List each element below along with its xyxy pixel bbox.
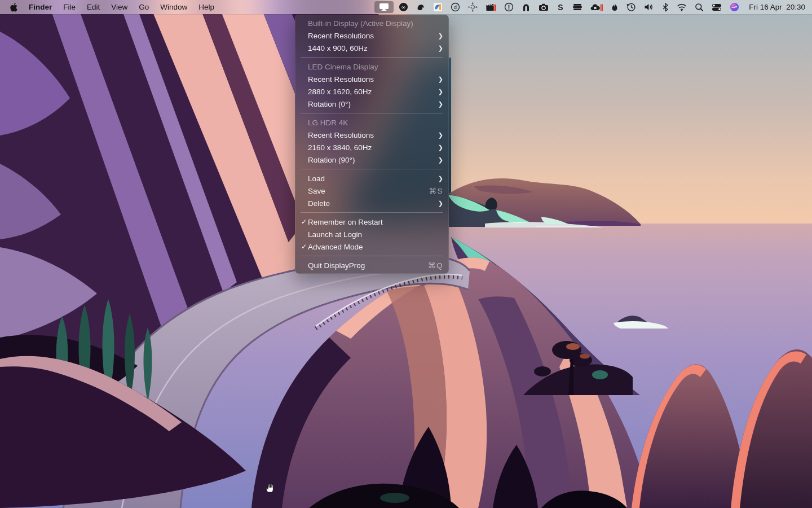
menu-item-quit-displayprog[interactable]: Quit DisplayProg ⌘Q bbox=[295, 259, 449, 271]
menu-item-rotation-0[interactable]: Rotation (0°) ❯ bbox=[295, 98, 449, 110]
chevron-right-icon: ❯ bbox=[434, 88, 443, 95]
menu-title-go[interactable]: Go bbox=[133, 0, 155, 14]
screen-recorder-icon[interactable] bbox=[482, 0, 500, 14]
menu-separator bbox=[301, 57, 443, 58]
menu-header-lg-hdr-4k: LG HDR 4K bbox=[295, 116, 449, 129]
cursor-open-hand-icon bbox=[265, 482, 276, 496]
menu-item-advanced-mode[interactable]: ✓ Advanced Mode bbox=[295, 240, 449, 253]
menu-item-resolution-2880x1620[interactable]: 2880 x 1620, 60Hz ❯ bbox=[295, 85, 449, 98]
menu-item-launch-at-login[interactable]: Launch at Login bbox=[295, 228, 449, 240]
volume-icon[interactable] bbox=[640, 0, 658, 14]
menu-item-recent-resolutions-lg[interactable]: Recent Resolutions ❯ bbox=[295, 129, 449, 141]
adobe-creative-cloud-icon[interactable]: ∞ bbox=[395, 0, 412, 14]
menu-title-window[interactable]: Window bbox=[155, 0, 193, 14]
chevron-right-icon: ❯ bbox=[434, 45, 443, 52]
menu-item-rotation-90[interactable]: Rotation (90°) ❯ bbox=[295, 154, 449, 166]
menu-item-remember-on-restart[interactable]: ✓ Remember on Restart bbox=[295, 216, 449, 228]
menu-separator bbox=[301, 113, 443, 113]
apple-menu[interactable] bbox=[5, 0, 23, 14]
dato-icon[interactable]: d bbox=[447, 0, 464, 14]
chevron-right-icon: ❯ bbox=[434, 100, 443, 108]
window-move-icon[interactable] bbox=[464, 0, 482, 14]
menu-item-delete[interactable]: Delete ❯ bbox=[295, 197, 449, 209]
chevron-right-icon: ❯ bbox=[434, 175, 443, 182]
shottr-icon[interactable]: S bbox=[553, 0, 568, 14]
menu-item-save[interactable]: Save ⌘S bbox=[295, 185, 449, 197]
menu-title-edit[interactable]: Edit bbox=[81, 0, 105, 14]
menu-bar-left: Finder File Edit View Go Window Help bbox=[5, 0, 220, 14]
menu-item-recent-resolutions-builtin[interactable]: Recent Resolutions ❯ bbox=[295, 29, 449, 42]
better-display-icon[interactable] bbox=[429, 0, 447, 14]
shortcut-save: ⌘S bbox=[424, 186, 443, 195]
menu-bar-status: ∞ d S bbox=[373, 0, 806, 14]
chevron-right-icon: ❯ bbox=[434, 132, 443, 139]
menu-separator bbox=[301, 256, 443, 256]
spotlight-icon[interactable] bbox=[691, 0, 708, 14]
apple-icon bbox=[10, 3, 17, 12]
svg-text:d: d bbox=[454, 4, 457, 10]
menu-separator bbox=[301, 212, 443, 213]
menu-title-help[interactable]: Help bbox=[193, 0, 220, 14]
menu-title-view[interactable]: View bbox=[105, 0, 133, 14]
menu-separator bbox=[301, 169, 443, 169]
alert-icon[interactable] bbox=[500, 0, 518, 14]
chevron-right-icon: ❯ bbox=[434, 156, 443, 164]
displayprog-status-menu: Built-in Display (Active Display) Recent… bbox=[295, 15, 449, 274]
menu-item-resolution-2160x3840[interactable]: 2160 x 3840, 60Hz ❯ bbox=[295, 141, 449, 154]
svg-text:S: S bbox=[558, 3, 563, 12]
menu-bar-clock[interactable]: Fri 16 Apr 20:30 bbox=[743, 3, 806, 11]
menu-item-resolution-812x508[interactable]: 1440 x 900, 60Hz ❯ bbox=[295, 42, 449, 54]
onedrive-paused-icon[interactable] bbox=[586, 0, 607, 14]
menu-title-file[interactable]: File bbox=[58, 0, 81, 14]
control-center-icon[interactable] bbox=[708, 0, 726, 14]
chevron-right-icon: ❯ bbox=[434, 200, 443, 207]
hot-flame-icon[interactable] bbox=[607, 0, 623, 14]
menu-header-builtin-display: Built-in Display (Active Display) bbox=[295, 17, 449, 29]
display-icon[interactable] bbox=[374, 1, 394, 13]
menu-item-load[interactable]: Load ❯ bbox=[295, 172, 449, 185]
wifi-icon[interactable] bbox=[673, 0, 691, 14]
time-machine-icon[interactable] bbox=[623, 0, 640, 14]
chevron-right-icon: ❯ bbox=[434, 144, 443, 151]
menu-title-finder[interactable]: Finder bbox=[23, 0, 58, 14]
chevron-right-icon: ❯ bbox=[434, 76, 443, 83]
stacks-icon[interactable] bbox=[568, 0, 586, 14]
shortcut-quit: ⌘Q bbox=[423, 261, 443, 270]
menu-item-recent-resolutions-led[interactable]: Recent Resolutions ❯ bbox=[295, 73, 449, 85]
menu-header-led-cinema-display: LED Cinema Display bbox=[295, 60, 449, 73]
camera-icon[interactable] bbox=[535, 0, 553, 14]
svg-text:∞: ∞ bbox=[401, 4, 406, 10]
magnet-icon[interactable] bbox=[518, 0, 535, 14]
menu-bar: Finder File Edit View Go Window Help ∞ d bbox=[0, 0, 812, 14]
siri-icon[interactable] bbox=[726, 0, 743, 14]
chevron-right-icon: ❯ bbox=[434, 32, 443, 40]
bird-app-icon[interactable] bbox=[412, 0, 429, 14]
bluetooth-icon[interactable] bbox=[658, 0, 673, 14]
checkmark-icon: ✓ bbox=[295, 218, 308, 226]
checkmark-icon: ✓ bbox=[295, 243, 308, 251]
